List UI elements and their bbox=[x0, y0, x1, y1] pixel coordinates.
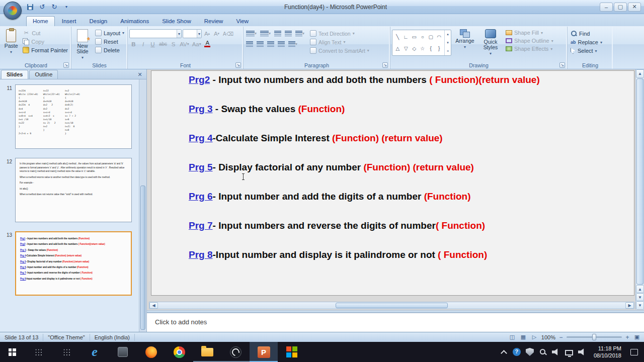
save-button[interactable] bbox=[25, 3, 35, 12]
zoom-slider[interactable] bbox=[567, 336, 622, 338]
colored-grid-icon[interactable] bbox=[278, 342, 306, 362]
horizontal-scrollbar-thumb[interactable] bbox=[336, 303, 448, 308]
speaker-icon[interactable] bbox=[578, 348, 586, 356]
italic-button[interactable]: I bbox=[139, 40, 147, 48]
volume-icon[interactable] bbox=[552, 348, 560, 356]
slide-text-line[interactable]: Prg 4-Calculate Simple Interest (Functio… bbox=[189, 132, 629, 144]
chrome-icon[interactable] bbox=[165, 342, 193, 362]
slide-text-line[interactable]: Prg 5- Display factorial of any number (… bbox=[20, 260, 127, 264]
maximize-button[interactable]: ▢ bbox=[614, 3, 627, 12]
shape-star-icon[interactable]: ☆ bbox=[420, 46, 425, 52]
zoom-slider-thumb[interactable] bbox=[592, 334, 596, 340]
shapes-scroll-up-button[interactable]: ▴ bbox=[445, 30, 451, 39]
change-case-button[interactable]: Aa▾ bbox=[191, 40, 202, 48]
app-window-icon[interactable] bbox=[109, 342, 137, 362]
slide-11-thumbnail[interactable]: n=224 While (224!=0) { d=n%10 d=224 4 d=… bbox=[15, 84, 132, 149]
numbering-button[interactable]: ▾ bbox=[259, 29, 272, 38]
qat-customize-dropdown[interactable]: ▾ bbox=[61, 3, 71, 12]
font-color-button[interactable]: A bbox=[203, 40, 212, 48]
shape-elbow-connector-icon[interactable]: ∟ bbox=[404, 34, 409, 40]
clipboard-dialog-launcher[interactable]: ↘ bbox=[63, 62, 69, 68]
theme-name[interactable]: "Office Theme" bbox=[43, 334, 90, 341]
office-button[interactable] bbox=[4, 2, 22, 20]
minimize-button[interactable]: – bbox=[600, 3, 613, 12]
align-center-button[interactable] bbox=[256, 40, 265, 48]
slide-13-thumbnail-selected[interactable]: Prg1 - Input two numbers and add both th… bbox=[15, 231, 132, 296]
shrink-font-button[interactable]: A▾ bbox=[212, 30, 221, 38]
tab-slide-show[interactable]: Slide Show bbox=[156, 17, 197, 26]
tab-design[interactable]: Design bbox=[83, 17, 113, 26]
bold-button[interactable]: B bbox=[129, 40, 138, 48]
select-button[interactable]: Select▾ bbox=[569, 47, 611, 54]
shape-down-triangle-icon[interactable]: ▽ bbox=[404, 46, 408, 52]
shape-outline-button[interactable]: Shape Outline▾ bbox=[504, 37, 555, 44]
decrease-indent-button[interactable] bbox=[273, 29, 282, 38]
firefox-icon[interactable] bbox=[137, 342, 165, 362]
slide-text-line[interactable]: Prg 8-Input number and display is it pal… bbox=[20, 278, 127, 281]
underline-button[interactable]: U bbox=[148, 40, 157, 48]
shapes-scroll-down-button[interactable]: ▾ bbox=[445, 39, 451, 47]
shape-arc-icon[interactable]: ◠ bbox=[437, 34, 441, 40]
tab-outline[interactable]: Outline bbox=[29, 70, 58, 79]
convert-to-smartart-button[interactable]: Convert to SmartArt▾ bbox=[308, 47, 371, 54]
zoom-level[interactable]: 100% bbox=[541, 334, 555, 340]
slide-text-line[interactable]: Prg 7- Input numbers and reverse the dig… bbox=[189, 220, 629, 231]
shape-ellipse-icon[interactable]: ○ bbox=[421, 34, 424, 40]
search-icon[interactable] bbox=[24, 342, 52, 362]
slide-text-line[interactable]: Prg2 - Input two numbers and add both th… bbox=[189, 74, 629, 85]
slide-text-line[interactable]: Prg 3 - Swap the values (Function) bbox=[20, 249, 127, 252]
close-button[interactable]: ✕ bbox=[628, 3, 641, 12]
zoom-out-button[interactable]: − bbox=[558, 334, 564, 341]
text-shadow-button[interactable]: S bbox=[169, 40, 178, 48]
slides-panel-scrollbar-thumb[interactable] bbox=[140, 186, 145, 330]
format-painter-button[interactable]: Format Painter bbox=[21, 46, 69, 54]
strikethrough-button[interactable]: abc bbox=[158, 40, 168, 48]
horizontal-scrollbar[interactable]: ◀ ▶ bbox=[149, 302, 634, 309]
start-button[interactable] bbox=[0, 342, 24, 362]
slide-canvas[interactable]: Prg2 - Input two numbers and add both th… bbox=[151, 70, 634, 296]
vertical-scrollbar-thumb[interactable] bbox=[636, 78, 643, 285]
tab-view[interactable]: View bbox=[230, 17, 255, 26]
shield-icon[interactable] bbox=[526, 348, 534, 356]
justify-button[interactable] bbox=[277, 40, 286, 48]
vertical-scrollbar[interactable]: ▲ ▲ ▼ ▼ bbox=[635, 69, 644, 310]
shape-right-brace-icon[interactable]: } bbox=[438, 46, 440, 52]
tab-home[interactable]: Home bbox=[26, 16, 55, 26]
slide-text-line[interactable]: Prg 6- Input number and add the digits o… bbox=[189, 191, 629, 202]
paste-button[interactable]: Paste ▾ bbox=[3, 28, 20, 61]
tab-insert[interactable]: Insert bbox=[56, 17, 83, 26]
obs-studio-icon[interactable] bbox=[221, 342, 250, 362]
line-spacing-button[interactable]: ▾ bbox=[294, 29, 305, 38]
fit-to-window-button[interactable]: ▣ bbox=[633, 334, 641, 340]
copy-button[interactable]: Copy bbox=[21, 38, 69, 45]
clear-formatting-button[interactable]: A⌫ bbox=[222, 30, 234, 38]
slide-text-line[interactable]: Prg2 - Input two numbers and add both th… bbox=[20, 243, 127, 246]
slide-text-line[interactable]: Prg 7- Input numbers and reverse the dig… bbox=[20, 272, 127, 275]
taskbar-clock[interactable]: 11:18 PM 08/10/2018 bbox=[589, 345, 626, 359]
scroll-right-button[interactable]: ▶ bbox=[625, 302, 634, 309]
new-slide-button[interactable]: New Slide ▾ bbox=[73, 28, 92, 61]
internet-explorer-icon[interactable]: e bbox=[80, 342, 109, 362]
zoom-in-button[interactable]: + bbox=[625, 334, 630, 341]
slide-text-line[interactable]: Prg 5- Display factorial of any number (… bbox=[189, 161, 629, 173]
cut-button[interactable]: ✂Cut bbox=[21, 29, 69, 37]
powerpoint-icon[interactable] bbox=[250, 342, 278, 362]
shape-fill-button[interactable]: Shape Fill▾ bbox=[504, 29, 555, 36]
align-left-button[interactable] bbox=[245, 40, 254, 48]
grow-font-button[interactable]: A▴ bbox=[203, 30, 211, 38]
slideshow-view-button[interactable]: ▷ bbox=[530, 334, 538, 340]
hidden-icons-chevron-icon[interactable] bbox=[500, 348, 508, 356]
slide-sorter-view-button[interactable]: ▦ bbox=[519, 334, 527, 340]
slide-text-line[interactable]: Prg 3 - Swap the values (Function) bbox=[189, 103, 629, 115]
layout-button[interactable]: Layout▾ bbox=[94, 29, 126, 37]
slide-12-thumbnail[interactable]: In this program when main() method calls… bbox=[15, 158, 132, 222]
arrange-button[interactable]: Arrange ▾ bbox=[453, 28, 477, 61]
slide-text-line[interactable]: Prg1 - Input two numbers and add both th… bbox=[20, 237, 127, 241]
language-indicator[interactable]: English (India) bbox=[90, 334, 135, 341]
slide-text-line[interactable]: Prg 6- Input number and add the digits o… bbox=[20, 266, 127, 269]
normal-view-button[interactable]: ◫ bbox=[508, 334, 516, 340]
tab-review[interactable]: Review bbox=[198, 17, 229, 26]
font-dialog-launcher[interactable]: ↘ bbox=[235, 62, 241, 68]
paragraph-dialog-launcher[interactable]: ↘ bbox=[382, 62, 388, 68]
previous-slide-button[interactable]: ▲ bbox=[636, 285, 644, 293]
